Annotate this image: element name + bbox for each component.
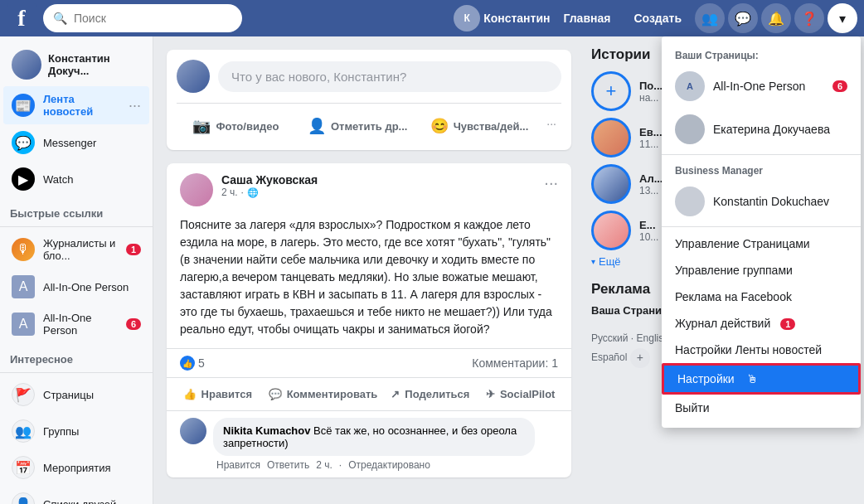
post-stats: 👍 5 Комментарии: 1 xyxy=(167,348,571,377)
post-body: Поясните за лагеря «для взрослых»? Подро… xyxy=(167,216,571,348)
dropdown-news-settings[interactable]: Настройки Ленты новостей xyxy=(662,337,861,363)
page-ekaterina-icon xyxy=(675,114,705,144)
likes-count: 5 xyxy=(198,356,205,370)
sidebar-allinone2-label: All-In-One Person xyxy=(43,312,118,337)
notifications-icon-btn[interactable]: 🔔 xyxy=(761,3,791,33)
comment-bubble: Nikita Kumachov Всё так же, но осознанне… xyxy=(213,418,535,456)
facebook-logo[interactable]: f xyxy=(7,3,36,33)
create-post-input[interactable]: Что у вас нового, Константин? xyxy=(218,61,561,92)
sidebar-news-more[interactable]: ··· xyxy=(129,97,141,114)
create-post-more[interactable]: ··· xyxy=(541,112,561,140)
dropdown-ads-facebook[interactable]: Реклама на Facebook xyxy=(662,284,861,310)
comment-edited: Отредактировано xyxy=(348,459,430,471)
sidebar-allinone1-label: All-In-One Person xyxy=(43,281,141,293)
home-nav-btn[interactable]: Главная xyxy=(553,7,620,30)
post-separator: · xyxy=(241,187,244,198)
help-icon-btn[interactable]: ❓ xyxy=(794,3,824,33)
like-action-label: Нравится xyxy=(201,388,253,400)
story-3-time: 10... xyxy=(639,231,658,243)
sidebar-groups-label: Группы xyxy=(43,425,141,438)
main-feed: Что у вас нового, Константин? 📷 Фото/вид… xyxy=(153,36,585,504)
sidebar-friends-label: Списки друзей xyxy=(43,498,141,505)
socialpilot-label: SocialPilot xyxy=(500,388,555,400)
sidebar-news-label: Лента новостей xyxy=(43,93,120,118)
user-name-nav[interactable]: Константин xyxy=(483,12,550,25)
create-nav-btn[interactable]: Создать xyxy=(624,7,692,30)
lang-espanol[interactable]: Español xyxy=(591,351,627,363)
sidebar-item-groups[interactable]: 👥 Группы xyxy=(3,413,149,449)
post-more-btn[interactable]: ··· xyxy=(544,173,558,192)
divider1 xyxy=(0,226,153,227)
your-pages-title: Ваши Страницы: xyxy=(662,43,861,65)
messenger-icon-btn[interactable]: 💬 xyxy=(728,3,758,33)
feeling-icon: 😊 xyxy=(430,117,449,135)
sidebar-item-friends[interactable]: 👤 Списки друзей xyxy=(3,486,149,504)
sidebar-item-journalists[interactable]: 🎙 Журналисты и бло... 1 xyxy=(3,230,149,269)
story-3-avatar xyxy=(591,211,631,250)
settings-label: Настройки xyxy=(677,372,735,385)
search-input[interactable] xyxy=(74,12,232,25)
dropdown-manage-pages[interactable]: Управление Страницами xyxy=(662,230,861,257)
sidebar-item-pages[interactable]: 🚩 Страницы xyxy=(3,376,149,413)
like-action-btn[interactable]: 👍 Нравится xyxy=(173,381,262,407)
dropdown-logout[interactable]: Выйти xyxy=(662,395,861,421)
see-more-label: Ещё xyxy=(599,255,621,268)
search-bar[interactable]: 🔍 xyxy=(43,4,242,32)
lang-russian[interactable]: Русский xyxy=(591,332,629,344)
story-3-name: Е... xyxy=(639,219,658,231)
create-post-top: Что у вас нового, Константин? xyxy=(177,60,561,93)
sidebar-item-allinone2[interactable]: A All-In-One Person 6 xyxy=(3,305,149,343)
add-story-btn[interactable]: + xyxy=(591,71,631,111)
dropdown-activity-log[interactable]: Журнал действий 1 xyxy=(662,310,861,337)
pages-icon: 🚩 xyxy=(12,383,35,406)
privacy-icon: 🌐 xyxy=(247,187,259,198)
sidebar-item-messenger[interactable]: 💬 Messenger xyxy=(3,124,149,161)
activity-log-label: Журнал действий xyxy=(675,317,770,330)
dropdown-settings[interactable]: Настройки 🖱 xyxy=(662,363,861,395)
sidebar-messenger-label: Messenger xyxy=(43,137,141,149)
lang-add-btn[interactable]: + xyxy=(630,348,650,368)
comment-section: Nikita Kumachov Всё так же, но осознанне… xyxy=(167,410,571,477)
share-action-btn[interactable]: ↗ Поделиться xyxy=(384,381,476,407)
business-icon xyxy=(675,187,705,216)
sidebar-item-news[interactable]: 📰 Лента новостей ··· xyxy=(3,86,149,124)
comment-reply-btn[interactable]: Ответить xyxy=(267,459,309,471)
dropdown-page-allinone[interactable]: A All-In-One Person 6 xyxy=(662,65,861,108)
sidebar-item-watch[interactable]: ▶ Watch xyxy=(3,161,149,197)
friends-icon-btn[interactable]: 👥 xyxy=(695,3,725,33)
sidebar-user[interactable]: Константин Докуч... xyxy=(3,43,149,86)
user-avatar-nav[interactable]: К xyxy=(454,5,480,32)
page-allinone-icon: A xyxy=(675,71,705,101)
share-action-label: Поделиться xyxy=(405,388,469,400)
comment-like-btn[interactable]: Нравится xyxy=(216,459,260,471)
dropdown-business[interactable]: Konstantin Dokuchaev xyxy=(662,180,861,223)
quick-links-section: Быстрые ссылки xyxy=(0,201,153,223)
feeling-btn[interactable]: 😊 Чувства/дей... xyxy=(420,112,539,140)
navbar-right: К Константин Главная Создать 👥 💬 🔔 ❓ ▾ xyxy=(454,3,857,33)
comment-time: 2 ч. xyxy=(316,459,332,471)
dropdown-manage-groups[interactable]: Управление группами xyxy=(662,257,861,284)
story-2-info: Ал... 13... xyxy=(639,172,663,196)
divider2 xyxy=(0,372,153,373)
photo-video-btn[interactable]: 📷 Фото/видео xyxy=(177,112,295,140)
dropdown-page-ekaterina[interactable]: Екатерина Докучаева xyxy=(662,108,861,151)
post-comments-link[interactable]: Комментарии: 1 xyxy=(472,356,558,370)
account-menu-btn[interactable]: ▾ xyxy=(828,3,857,33)
tag-btn[interactable]: 👤 Отметить др... xyxy=(299,112,417,140)
allinone2-icon: A xyxy=(12,313,35,336)
interesting-section: Интересное xyxy=(0,346,153,369)
story-1-avatar xyxy=(591,118,631,158)
socialpilot-btn[interactable]: ✈ SocialPilot xyxy=(476,381,565,407)
like-thumb-icon: 👍 xyxy=(180,356,195,371)
chevron-down-icon: ▾ xyxy=(591,257,595,266)
sidebar-item-allinone1[interactable]: A All-In-One Person xyxy=(3,269,149,305)
story-1-wrap xyxy=(591,118,631,158)
sidebar-item-events[interactable]: 📅 Мероприятия xyxy=(3,449,149,486)
create-post-avatar xyxy=(177,60,210,93)
comment-action-btn[interactable]: 💬 Комментировать xyxy=(262,381,385,407)
post-author-name[interactable]: Саша Жуковская xyxy=(221,173,318,187)
comment-author[interactable]: Nikita Kumachov xyxy=(223,424,310,437)
search-icon: 🔍 xyxy=(53,12,67,25)
add-story-sub: на... xyxy=(639,92,663,104)
events-icon: 📅 xyxy=(12,456,35,479)
